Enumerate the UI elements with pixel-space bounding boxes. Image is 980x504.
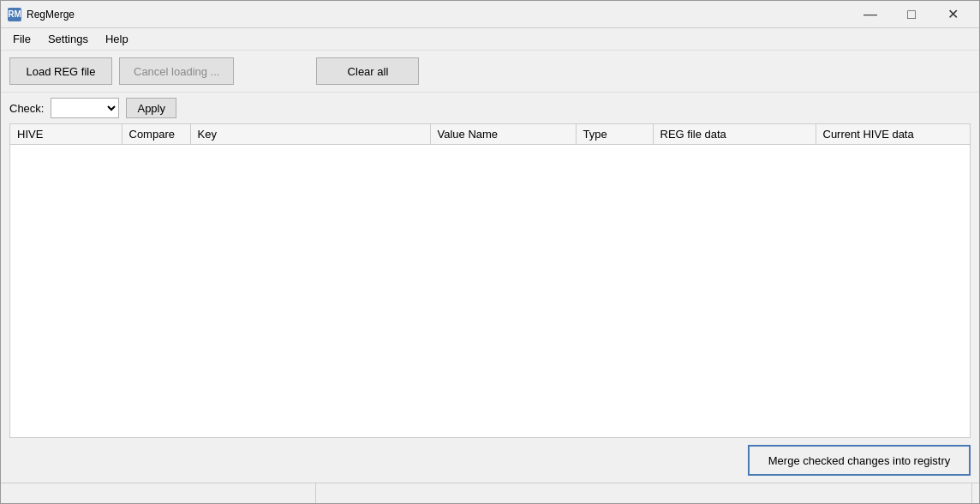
- status-segment-2: [316, 483, 972, 503]
- table-header: HIVE Compare Key Value Name Type REG fil…: [10, 124, 970, 145]
- maximize-button[interactable]: □: [892, 4, 931, 25]
- menu-file[interactable]: File: [4, 30, 39, 48]
- check-select[interactable]: [51, 98, 119, 118]
- menu-bar: File Settings Help: [1, 28, 979, 51]
- main-window: RM RegMerge — □ ✕ File Settings Help Loa…: [0, 0, 980, 504]
- minimize-button[interactable]: —: [851, 4, 890, 25]
- data-table: HIVE Compare Key Value Name Type REG fil…: [10, 124, 970, 145]
- col-header-hive: HIVE: [10, 124, 122, 145]
- merge-button[interactable]: Merge checked changes into registry: [748, 445, 971, 476]
- bottom-bar: Merge checked changes into registry: [1, 438, 979, 483]
- app-icon: RM: [8, 8, 21, 21]
- col-header-regdata: REG file data: [653, 124, 816, 145]
- clear-all-button[interactable]: Clear all: [316, 57, 419, 85]
- toolbar: Load REG file Cancel loading ... Clear a…: [1, 51, 979, 93]
- table-container: HIVE Compare Key Value Name Type REG fil…: [9, 123, 971, 438]
- title-bar: RM RegMerge — □ ✕: [1, 1, 979, 28]
- col-header-type: Type: [576, 124, 653, 145]
- cancel-loading-button[interactable]: Cancel loading ...: [119, 57, 234, 85]
- status-bar: [1, 483, 979, 503]
- apply-button[interactable]: Apply: [126, 98, 176, 118]
- menu-settings[interactable]: Settings: [39, 30, 97, 48]
- col-header-valuename: Value Name: [430, 124, 576, 145]
- col-header-compare: Compare: [122, 124, 190, 145]
- close-button[interactable]: ✕: [933, 4, 972, 25]
- window-title: RegMerge: [27, 9, 75, 21]
- col-header-hivedata: Current HIVE data: [816, 124, 970, 145]
- check-bar: Check: Apply: [1, 93, 979, 123]
- col-header-key: Key: [190, 124, 430, 145]
- check-label: Check:: [9, 102, 44, 115]
- menu-help[interactable]: Help: [97, 30, 137, 48]
- load-reg-file-button[interactable]: Load REG file: [9, 57, 112, 85]
- status-segment-1: [8, 483, 316, 503]
- title-bar-left: RM RegMerge: [8, 8, 75, 21]
- title-bar-controls: — □ ✕: [851, 4, 972, 25]
